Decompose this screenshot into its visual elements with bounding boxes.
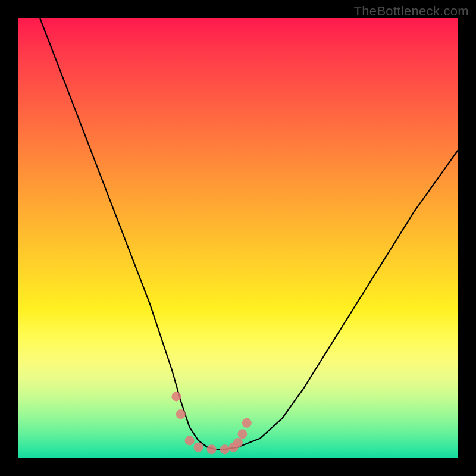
- highlight-dot: [242, 418, 252, 428]
- highlight-dot: [185, 436, 195, 445]
- pink-dots-group: [171, 392, 251, 454]
- curve-svg: [18, 18, 458, 458]
- bottleneck-curve-path: [40, 18, 458, 449]
- highlight-dot: [176, 409, 186, 419]
- highlight-dot: [233, 438, 243, 447]
- highlight-dot: [193, 443, 203, 452]
- highlight-dot: [220, 444, 230, 454]
- highlight-dot: [207, 444, 217, 454]
- chart-frame: TheBottleneck.com: [0, 0, 476, 476]
- highlight-dot: [171, 392, 181, 401]
- watermark-text: TheBottleneck.com: [354, 4, 469, 19]
- highlight-dot: [237, 429, 247, 439]
- plot-area: [18, 18, 458, 458]
